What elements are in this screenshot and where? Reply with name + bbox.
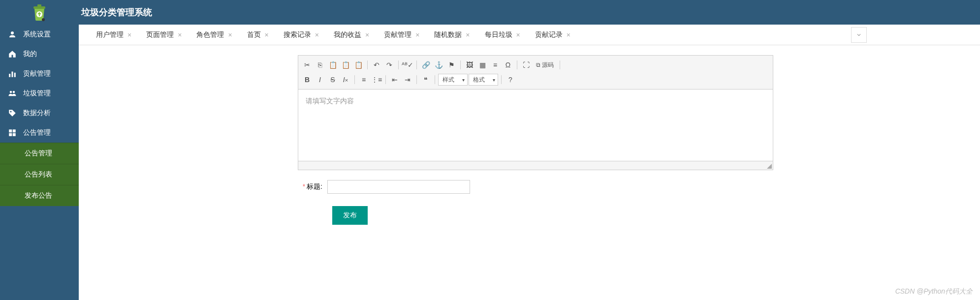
flag-icon[interactable]: ⚑ [445,59,457,71]
tab-label: 页面管理 [146,30,174,39]
style-select[interactable]: 样式 [438,74,468,86]
editor-content-area[interactable]: 请填写文字内容 [298,90,773,161]
separator [517,60,517,69]
separator [385,75,386,84]
nav-label: 公告管理 [23,128,51,137]
tab-label: 用户管理 [96,30,124,39]
tab-my-income[interactable]: 我的收益× [326,25,377,45]
chevron-down-icon [856,32,862,38]
close-icon[interactable]: × [567,31,570,39]
source-label: 源码 [542,61,554,69]
title-input[interactable] [327,180,470,194]
watermark: CSDN @Python代码大全 [895,287,973,296]
svg-point-8 [10,91,12,93]
title-label: *标题: [298,182,327,191]
tab-contribution[interactable]: 贡献管理× [377,25,427,45]
tab-label: 角色管理 [196,30,224,39]
subnav-announce-manage[interactable]: 公告管理 [0,143,79,164]
nav-contribution[interactable]: 贡献管理 [0,64,79,84]
svg-point-10 [10,111,12,113]
tab-daily-trash[interactable]: 每日垃圾× [477,25,528,45]
italic-icon[interactable]: I [314,74,326,86]
tab-search-record[interactable]: 搜索记录× [276,25,326,45]
maximize-icon[interactable]: ⛶ [520,59,532,71]
separator [416,75,417,84]
unlink-icon[interactable]: ⚓ [433,59,444,71]
resize-handle[interactable] [767,164,772,169]
close-icon[interactable]: × [228,31,232,39]
nav-analysis[interactable]: 数据分析 [0,103,79,123]
tab-user-manage[interactable]: 用户管理× [89,25,139,45]
paste-text-icon[interactable]: 📋 [340,59,351,71]
outdent-icon[interactable]: ⇤ [389,74,401,86]
hr-icon[interactable]: ≡ [489,59,501,71]
svg-rect-11 [9,129,12,132]
svg-point-3 [42,18,45,21]
grid-icon [7,128,17,138]
tab-overflow-button[interactable] [851,27,867,43]
svg-rect-12 [13,129,16,132]
tab-random-data[interactable]: 随机数据× [427,25,477,45]
copy-icon[interactable]: ⎘ [314,59,326,71]
nav-announce[interactable]: 公告管理 [0,123,79,143]
separator [398,60,399,69]
tab-home[interactable]: 首页× [240,25,276,45]
trash-logo-icon [30,2,49,22]
tab-label: 首页 [247,30,261,39]
paste-icon[interactable]: 📋 [327,59,339,71]
special-char-icon[interactable]: Ω [502,59,514,71]
user-icon [7,30,17,39]
nav-trash[interactable]: 垃圾管理 [0,84,79,103]
bullet-list-icon[interactable]: ⋮≡ [371,74,382,86]
tab-label: 每日垃圾 [485,30,512,39]
paste-word-icon[interactable]: 📋 [352,59,364,71]
svg-rect-14 [13,133,16,136]
separator [416,60,417,69]
undo-icon[interactable]: ↶ [371,59,382,71]
subnav-announce-list[interactable]: 公告列表 [0,164,79,185]
close-icon[interactable]: × [178,31,182,39]
strike-icon[interactable]: S [327,74,339,86]
tab-label: 贡献管理 [384,30,411,39]
tab-contribution-record[interactable]: 贡献记录× [528,25,578,45]
sidebar: 系统设置 我的 贡献管理 垃圾管理 数据分析 公告管理 公告管理 公告列表 发布… [0,25,79,300]
close-icon[interactable]: × [127,31,131,39]
users-icon [7,89,17,98]
bar-icon [7,69,17,79]
close-icon[interactable]: × [315,31,319,39]
svg-point-9 [13,91,15,93]
nav-mine[interactable]: 我的 [0,44,79,64]
subnav-announce-publish[interactable]: 发布公告 [0,185,79,206]
tab-label: 随机数据 [434,30,462,39]
cut-icon[interactable]: ✂ [301,59,313,71]
remove-format-icon[interactable]: I× [340,74,351,86]
format-select[interactable]: 格式 [469,74,498,86]
tab-page-manage[interactable]: 页面管理× [139,25,189,45]
content-area: ✂ ⎘ 📋 📋 📋 ↶ ↷ ᴬᴮ✓ 🔗 ⚓ [79,45,980,300]
image-icon[interactable]: 🖼 [464,59,475,71]
required-mark: * [303,182,305,190]
indent-icon[interactable]: ⇥ [402,74,413,86]
publish-button[interactable]: 发布 [332,206,368,225]
close-icon[interactable]: × [415,31,419,39]
close-icon[interactable]: × [365,31,369,39]
separator [367,60,368,69]
bold-icon[interactable]: B [301,74,313,86]
tab-label: 我的收益 [334,30,361,39]
blockquote-icon[interactable]: ❝ [420,74,432,86]
nav-system-settings[interactable]: 系统设置 [0,25,79,44]
close-icon[interactable]: × [466,31,470,39]
main-content: 用户管理× 页面管理× 角色管理× 首页× 搜索记录× 我的收益× 贡献管理× … [79,25,980,300]
numbered-list-icon[interactable]: ≡ [358,74,370,86]
spellcheck-icon[interactable]: ᴬᴮ✓ [402,59,413,71]
help-icon[interactable]: ? [505,74,516,86]
tab-role-manage[interactable]: 角色管理× [189,25,239,45]
close-icon[interactable]: × [516,31,520,39]
table-icon[interactable]: ▦ [476,59,488,71]
link-icon[interactable]: 🔗 [420,59,432,71]
source-button[interactable]: ⧉ 源码 [533,59,557,71]
nav-label: 垃圾管理 [23,89,51,98]
redo-icon[interactable]: ↷ [383,59,395,71]
close-icon[interactable]: × [265,31,269,39]
separator [435,75,435,84]
